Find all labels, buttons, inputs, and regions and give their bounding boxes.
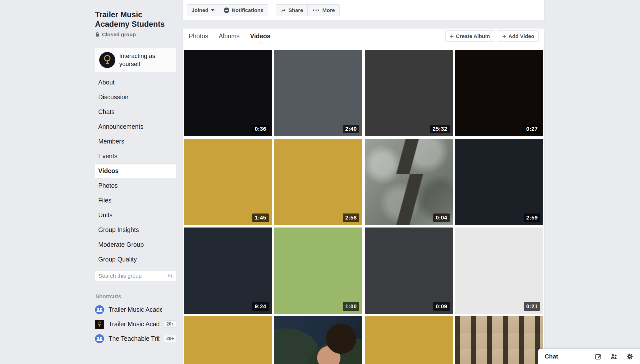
shortcut-badge: 20+: [164, 335, 176, 342]
group-sidebar: Trailer Music Academy Students Closed gr…: [95, 10, 176, 343]
share-label: Share: [288, 7, 303, 13]
video-duration-badge: 0:36: [252, 125, 269, 133]
membership-button-group: Joined Notifications: [187, 4, 268, 16]
video-duration-badge: 2:40: [343, 125, 359, 133]
video-tile[interactable]: 9:24: [184, 228, 272, 314]
group-privacy-label: Closed group: [102, 32, 136, 38]
interacting-as-label: Interacting as yourself: [119, 52, 162, 68]
video-tile[interactable]: [274, 316, 362, 364]
video-grid: 0:36 2:40 25:32 0:27 1:45 2:58 0:04 2:59…: [184, 50, 543, 364]
sidebar-item-about[interactable]: About: [95, 75, 176, 90]
video-duration-badge: 1:45: [252, 214, 269, 222]
video-duration-badge: 9:24: [252, 302, 269, 311]
gear-icon[interactable]: [626, 353, 633, 360]
chat-bar[interactable]: Chat: [538, 349, 640, 364]
sidebar-item-discussion[interactable]: Discussion: [95, 90, 176, 104]
notifications-icon: [224, 8, 229, 13]
sidebar-item-members[interactable]: Members: [95, 134, 176, 149]
video-thumbnail: [365, 228, 453, 314]
video-thumbnail: [455, 50, 543, 136]
video-thumbnail: [455, 139, 543, 225]
video-tile[interactable]: 2:58: [274, 139, 362, 225]
create-album-label: Create Album: [456, 33, 490, 39]
chat-icons: [595, 353, 633, 360]
tab-videos-label: Videos: [250, 32, 270, 40]
add-video-label: Add Video: [508, 33, 534, 39]
group-icon: [95, 305, 104, 314]
search-input[interactable]: [95, 270, 176, 282]
add-video-button[interactable]: + Add Video: [498, 30, 539, 42]
video-duration-badge: 0:21: [524, 302, 540, 311]
video-thumbnail: [274, 139, 362, 225]
more-label: More: [322, 7, 335, 13]
video-tile[interactable]: 1:00: [274, 228, 362, 314]
video-tile[interactable]: [365, 316, 453, 364]
sidebar-item-files[interactable]: Files: [95, 193, 176, 208]
sidebar-item-units[interactable]: Units: [95, 208, 176, 222]
active-tab-caret: [258, 41, 263, 46]
tab-albums[interactable]: Albums: [218, 29, 240, 44]
tma-logo-icon: [95, 320, 104, 329]
compose-icon[interactable]: [595, 353, 602, 360]
video-duration-badge: 25:32: [430, 125, 450, 133]
share-button[interactable]: Share: [276, 4, 308, 16]
video-thumbnail: [184, 316, 272, 364]
joined-button[interactable]: Joined: [187, 4, 219, 16]
video-thumbnail: [274, 316, 362, 364]
video-thumbnail: [184, 228, 272, 314]
search-icon: [168, 273, 173, 280]
video-duration-badge: 0:09: [433, 302, 450, 311]
video-thumbnail: [365, 139, 453, 225]
shortcuts-heading: Shortcuts: [95, 293, 176, 300]
video-tile[interactable]: 25:32: [365, 50, 453, 136]
video-thumbnail: [455, 228, 543, 314]
create-album-button[interactable]: + Create Album: [445, 30, 494, 42]
share-button-group: Share More: [276, 4, 340, 16]
video-tile[interactable]: 2:40: [274, 50, 362, 136]
group-nav: About Discussion Chats Announcements Mem…: [95, 75, 176, 267]
shortcut-item[interactable]: Trailer Music Academy ...: [95, 305, 176, 314]
sidebar-item-photos[interactable]: Photos: [95, 178, 176, 193]
video-tile[interactable]: [455, 316, 543, 364]
video-thumbnail: [274, 50, 362, 136]
shortcut-item[interactable]: The Teachable Tribe 20+: [95, 334, 176, 343]
sidebar-item-announcements[interactable]: Announcements: [95, 119, 176, 134]
interacting-as-card[interactable]: Interacting as yourself: [95, 48, 176, 72]
video-thumbnail: [365, 50, 453, 136]
plus-icon: +: [502, 33, 506, 40]
video-thumbnail: [184, 50, 272, 136]
sidebar-item-chats[interactable]: Chats: [95, 104, 176, 119]
video-duration-badge: 2:59: [524, 214, 540, 222]
sidebar-item-events[interactable]: Events: [95, 149, 176, 164]
video-tile[interactable]: 0:36: [184, 50, 272, 136]
chat-label: Chat: [545, 353, 558, 360]
video-tile[interactable]: 0:04: [365, 139, 453, 225]
video-duration-badge: 2:58: [343, 214, 359, 222]
shortcut-item[interactable]: Trailer Music Acad... 20+: [95, 320, 176, 329]
video-tile[interactable]: 1:45: [184, 139, 272, 225]
notifications-button[interactable]: Notifications: [219, 4, 268, 16]
sidebar-item-group-insights[interactable]: Group Insights: [95, 222, 176, 237]
group-title: Trailer Music Academy Students: [95, 10, 170, 29]
media-tabs-bar: Photos Albums Videos + Create Album + Ad…: [183, 28, 544, 44]
video-tile[interactable]: 0:27: [455, 50, 543, 136]
video-duration-badge: 0:27: [524, 125, 540, 133]
tab-videos[interactable]: Videos: [250, 29, 271, 44]
video-thumbnail: [365, 316, 453, 364]
sidebar-item-videos[interactable]: Videos: [95, 164, 176, 178]
plus-icon: +: [450, 33, 454, 40]
video-tile[interactable]: 2:59: [455, 139, 543, 225]
group-action-bar: Joined Notifications Share More: [182, 0, 544, 20]
tab-photos[interactable]: Photos: [188, 29, 209, 44]
more-button[interactable]: More: [308, 4, 339, 16]
video-tile[interactable]: [184, 316, 272, 364]
video-tile[interactable]: 0:09: [365, 228, 453, 314]
chevron-down-icon: [211, 9, 214, 11]
sidebar-item-group-quality[interactable]: Group Quality: [95, 252, 176, 267]
sidebar-item-moderate-group[interactable]: Moderate Group: [95, 237, 176, 252]
video-tile[interactable]: 0:21: [455, 228, 543, 314]
media-card: Photos Albums Videos + Create Album + Ad…: [182, 28, 544, 364]
shortcut-label: Trailer Music Academy ...: [108, 306, 162, 313]
add-people-icon[interactable]: [610, 353, 618, 360]
group-search: [95, 270, 176, 282]
